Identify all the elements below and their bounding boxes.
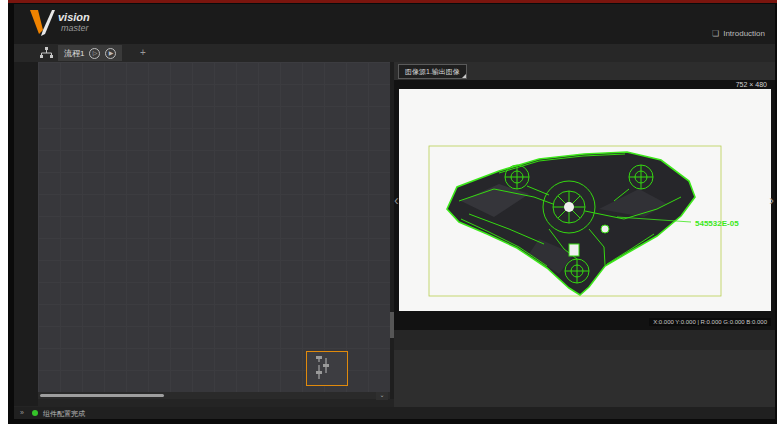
minimap-collapse-button[interactable]: ⌄ (376, 392, 388, 400)
run-flow-loop-button[interactable]: ▶ (105, 48, 116, 59)
image-source-selector-label: 图像源1.输出图像 (405, 68, 460, 75)
introduction-icon: ❏ (712, 29, 719, 38)
introduction-label: Introduction (723, 29, 765, 38)
window-top-border (8, 0, 777, 3)
flow-tab-label: 流程1 (64, 48, 84, 59)
logo-text-vision: vision (58, 11, 90, 23)
status-bar: » 组件配置完成 (14, 407, 775, 419)
status-expand-button[interactable]: » (20, 409, 24, 416)
introduction-link[interactable]: ❏ Introduction (712, 29, 765, 38)
minimap-sketch (307, 352, 345, 383)
flow-tab-process1[interactable]: 流程1 ▷ ▶ (58, 45, 122, 61)
logo-text-master: master (61, 23, 89, 33)
inspection-overlay: 545532E-05 (399, 89, 771, 311)
image-resolution: 752 × 480 (736, 81, 767, 88)
screenshot-frame: vision master ❏ Introduction 流程1 ▷ ▶ (8, 0, 777, 424)
app-window: vision master ❏ Introduction 流程1 ▷ ▶ (14, 4, 775, 419)
selector-corner-fold (462, 74, 466, 78)
pixel-coords-readout: X:0.000 Y:0.000 | R:0.000 G:0.000 B:0.00… (649, 318, 771, 326)
tool-sidebar (14, 62, 38, 406)
status-message: 组件配置完成 (43, 409, 85, 419)
visionmaster-v-icon (28, 8, 56, 38)
scrollbar-thumb[interactable] (40, 394, 164, 397)
next-image-arrow[interactable]: › (769, 192, 774, 208)
flowchart-canvas[interactable] (38, 62, 390, 392)
title-bar: vision master ❏ Introduction (14, 4, 775, 44)
measurement-label: 545532E-05 (695, 219, 739, 228)
result-table (394, 350, 775, 407)
add-flow-button[interactable]: + (140, 47, 146, 58)
image-source-selector[interactable]: 图像源1.输出图像 (398, 64, 467, 79)
part-silhouette (447, 152, 695, 295)
app-logo: vision master (28, 8, 128, 40)
flow-hierarchy-icon[interactable] (40, 47, 53, 59)
result-tabs (394, 330, 775, 351)
canvas-horizontal-scrollbar[interactable] (38, 392, 390, 399)
image-viewer[interactable]: 752 × 480 (394, 80, 775, 330)
viewer-toolbar: 图像源1.输出图像 (394, 62, 775, 80)
inspection-image: 545532E-05 (399, 89, 771, 311)
run-flow-once-button[interactable]: ▷ (89, 48, 100, 59)
status-ok-indicator (32, 410, 38, 416)
center-hole (564, 202, 574, 212)
flow-tab-row: 流程1 ▷ ▶ + (14, 44, 775, 63)
prev-image-arrow[interactable]: ‹ (394, 192, 399, 208)
canvas-minimap[interactable] (306, 351, 348, 386)
